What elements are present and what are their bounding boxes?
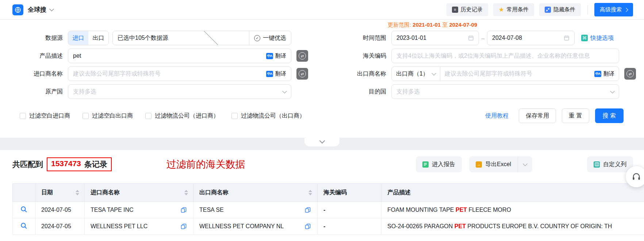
command-icon: ⌘ [581, 35, 588, 41]
update-range-to: 2024-07-09 [449, 22, 477, 28]
sort-control[interactable] [308, 190, 312, 195]
sort-control[interactable] [184, 190, 188, 195]
checkbox-filter-blank-importer[interactable]: 过滤空白进口商 [20, 112, 70, 120]
end-date-field[interactable] [487, 31, 575, 45]
swap-icon: ⇄ [626, 70, 634, 77]
swap-icon: ⇄ [299, 70, 306, 77]
cell-importer: TESA TAPE INC [85, 202, 193, 218]
hide-conditions-button[interactable]: 隐藏条件 [539, 3, 581, 16]
collapse-band [0, 138, 644, 150]
cell-product-desc: SO-24-00265 PARAGON PET PRODUCTS EUROPE … [382, 218, 644, 235]
cell-product-desc: FOAM MOUNTING TAPE PET FLEECE MORO [382, 202, 644, 218]
update-range-from: 2021-01-01 [413, 22, 441, 28]
match-prefix: 共匹配到 [12, 159, 43, 169]
translate-button[interactable]: 中A 翻译 [266, 53, 286, 60]
customize-columns-button[interactable]: 自定义列 [587, 156, 633, 172]
cell-exporter: WELLNESS PET COMPANY NL [193, 218, 318, 235]
headset-icon [632, 172, 641, 181]
top-bar: 全球搜 ≡ 历史记录 ★ 常用条件 隐藏条件 高级搜索 [0, 0, 644, 20]
save-conditions-button[interactable]: 保存常用 [519, 108, 556, 123]
globe-logo-icon [12, 4, 23, 15]
results-table: 日期 进口商名称 出口商名称 海关编码 产品描述 2024-07-05 TESA… [12, 183, 644, 235]
chevron-down-icon [282, 89, 287, 93]
importer-label: 进口商名称 [7, 70, 63, 78]
data-source-dropdown[interactable]: 已选中105个数据源 [113, 31, 249, 45]
translate-button[interactable]: 中A 翻译 [594, 70, 614, 77]
copy-icon[interactable] [305, 223, 311, 229]
exporter-type-dropdown[interactable]: 出口商（1） [392, 67, 440, 81]
dest-country-label: 目的国 [346, 88, 386, 96]
hs-code-input[interactable] [396, 53, 614, 59]
search-button[interactable]: 搜 索 [595, 108, 624, 123]
chevron-down-icon [610, 89, 615, 93]
header-importer: 进口商名称 [85, 184, 193, 202]
collapse-panel-handle[interactable] [304, 137, 340, 146]
results-header: 共匹配到 1537473 条记录 过滤前的海关数据 进入报告 → 导出Excel… [0, 150, 644, 172]
collapse-icon [545, 7, 551, 13]
app-switcher[interactable]: 全球搜 [23, 5, 53, 14]
quick-options-link[interactable]: ⌘ 快捷选项 [581, 34, 614, 42]
one-click-optimize-button[interactable]: ✓ 一键优选 [249, 31, 291, 45]
exporter-input[interactable] [440, 70, 591, 77]
export-excel-button[interactable]: → 导出Excel [469, 156, 518, 172]
star-icon: ★ [499, 7, 504, 13]
export-options-dropdown[interactable] [518, 156, 532, 172]
translate-icon: 中A [266, 53, 273, 59]
exact-match-toggle[interactable]: ⇄ [296, 50, 308, 62]
importer-input[interactable] [73, 70, 262, 77]
keyword-highlight: PET [456, 207, 467, 213]
history-icon: ≡ [452, 7, 458, 13]
table-row: 2024-07-05 TESA TAPE INC TESA SE - FOAM … [13, 202, 644, 218]
end-date-input[interactable] [492, 35, 564, 41]
page-title: 全球搜 [28, 5, 46, 14]
tutorial-link[interactable]: 使用教程 [485, 112, 509, 120]
header-row-actions [13, 184, 35, 202]
advanced-search-button[interactable]: 高级搜索 [594, 3, 633, 16]
chevron-down-icon [189, 31, 236, 45]
origin-country-select[interactable]: 支持多选 [68, 84, 291, 99]
translate-icon: 中A [594, 71, 601, 77]
check-circle-icon: ✓ [254, 35, 260, 41]
product-desc-input[interactable] [73, 53, 262, 59]
swap-icon: ⇄ [299, 52, 306, 60]
chevron-right-icon [624, 8, 628, 12]
reset-button[interactable]: 重 置 [562, 108, 589, 123]
export-excel-group: → 导出Excel [469, 156, 532, 172]
cell-date: 2024-07-05 [35, 218, 85, 235]
product-desc-field: 中A 翻译 [68, 49, 291, 63]
start-date-input[interactable] [396, 35, 468, 41]
row-search-icon[interactable] [20, 206, 27, 213]
data-source-label: 数据源 [7, 34, 63, 42]
dest-country-select[interactable]: 支持多选 [391, 84, 619, 99]
calendar-icon [564, 35, 570, 41]
checkbox-filter-blank-exporter[interactable]: 过滤空白出口商 [83, 112, 133, 120]
cell-hs-code: - [318, 218, 382, 235]
checkbox-filter-logistics-exporter[interactable]: 过滤物流公司（出口商） [231, 112, 305, 120]
start-date-field[interactable] [391, 31, 479, 45]
exact-match-toggle[interactable]: ⇄ [296, 68, 308, 80]
checkbox-icon [20, 113, 26, 119]
calendar-icon [468, 35, 474, 41]
date-range-separator: – [479, 35, 487, 41]
exact-match-toggle[interactable]: ⇄ [624, 68, 636, 80]
enter-report-button[interactable]: 进入报告 [416, 156, 462, 172]
copy-icon[interactable] [181, 207, 187, 213]
copy-icon[interactable] [305, 207, 311, 213]
row-search-icon[interactable] [20, 222, 27, 229]
copy-icon[interactable] [181, 223, 187, 229]
cell-exporter: TESA SE [193, 202, 318, 218]
header-date: 日期 [35, 184, 85, 202]
history-button[interactable]: ≡ 历史记录 [446, 3, 488, 16]
time-range-label: 时间范围 [346, 34, 386, 42]
sort-control[interactable] [76, 190, 79, 195]
translate-button[interactable]: 中A 翻译 [266, 70, 286, 77]
customer-service-button[interactable] [626, 166, 644, 187]
tab-import[interactable]: 进口 [68, 31, 88, 45]
favorite-conditions-button[interactable]: ★ 常用条件 [493, 3, 534, 16]
filter-row: 过滤空白进口商 过滤空白出口商 过滤物流公司（进口商） 过滤物流公司（出口商） … [7, 108, 636, 123]
tab-export[interactable]: 出口 [88, 31, 108, 45]
checkbox-filter-logistics-importer[interactable]: 过滤物流公司（进口商） [145, 112, 219, 120]
cell-importer: WELLNESS PET LLC [85, 218, 193, 235]
header-product-desc: 产品描述 [382, 184, 644, 202]
chevron-down-icon [523, 161, 528, 166]
